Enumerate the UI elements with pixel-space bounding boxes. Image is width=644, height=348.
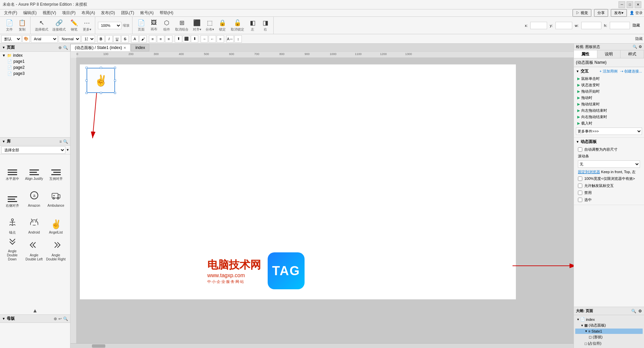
left-align-btn[interactable]: ◧ 左	[247, 18, 259, 33]
menu-edit[interactable]: 编辑(E)	[20, 9, 39, 16]
lock-btn[interactable]: 🔒 锁定	[216, 18, 228, 33]
create-link[interactable]: ⇢ 创建连接...	[620, 69, 642, 74]
page-tree-index[interactable]: ▼ 📁 index	[1, 52, 69, 58]
canvas-tab-dynamic-panel[interactable]: (动态面板) / State1 (index) ✕	[70, 44, 130, 51]
menu-view[interactable]: 视图(V)	[40, 9, 59, 16]
ungroup-btn[interactable]: ⊞ 取消组合	[173, 18, 190, 33]
canvas-btn[interactable]: 🖼 画布	[148, 18, 160, 33]
group-btn[interactable]: ⬡ 组件	[161, 18, 173, 33]
maximize-btn[interactable]: □	[627, 1, 633, 8]
outline-shape[interactable]: ◻ (形状)	[575, 334, 643, 340]
icon-item-amazon[interactable]: a Amazon	[23, 183, 45, 209]
x-input[interactable]	[530, 22, 547, 29]
tab-notes[interactable]: 说明	[597, 50, 621, 58]
outline-arrow-index[interactable]: ▼	[577, 318, 580, 321]
line-spacing-btn[interactable]: ↕	[234, 35, 242, 43]
page-tree-page3[interactable]: 📄 page3	[1, 70, 69, 77]
pages-add-icon[interactable]: ⊕	[58, 45, 62, 50]
italic-btn[interactable]: I	[105, 35, 113, 43]
menu-file[interactable]: 文件(F)	[1, 9, 20, 16]
w-input[interactable]	[581, 22, 601, 29]
fix-to-browser-link[interactable]: 固定到浏览器	[578, 170, 600, 174]
master-search-icon[interactable]: 🔍	[63, 316, 68, 321]
outline-arrow-state1[interactable]: ▼	[585, 330, 588, 333]
minimize-btn[interactable]: ─	[619, 1, 625, 8]
menu-project[interactable]: 项目(P)	[59, 9, 78, 16]
indent-btn[interactable]: →	[201, 35, 208, 43]
icon-item-angle-double-right[interactable]: Angle Double Right	[45, 236, 67, 263]
copy-btn[interactable]: 📋 复制	[16, 18, 28, 33]
icon-item-android[interactable]: Android	[23, 209, 45, 236]
menu-account[interactable]: 账号(A)	[138, 9, 156, 16]
disabled-checkbox[interactable]	[578, 191, 582, 195]
event-drag-right-end[interactable]: ▶ 向右拖动结束时	[576, 114, 642, 120]
list-btn[interactable]: ≡	[217, 35, 224, 43]
valign-bot-btn[interactable]: ⬇	[191, 35, 198, 43]
event-state-change[interactable]: ▶ 状态改变时	[576, 82, 642, 88]
connect-mode-btn[interactable]: 🔗 连接模式	[51, 18, 67, 33]
outline-placeholder[interactable]: □ (占位符)	[575, 340, 643, 347]
unlock-btn[interactable]: 🔓 取消锁定	[229, 18, 246, 33]
close-btn[interactable]: ✕	[635, 1, 641, 8]
more-tools-btn[interactable]: ⋯ 更多▾	[81, 18, 93, 33]
distribute-btn[interactable]: ⬚ 分布▾	[204, 18, 216, 33]
size-select[interactable]: 13	[82, 35, 95, 43]
font-color-btn[interactable]: A	[131, 35, 139, 43]
outline-state1[interactable]: ▼ ≡ State1	[575, 329, 643, 334]
add-case-link[interactable]: + 活加用例	[599, 69, 617, 74]
login-btn[interactable]: 👤 登录	[630, 10, 643, 15]
icon-item-align-justify[interactable]: Align Justify	[23, 156, 45, 183]
pages-collapse-icon[interactable]: ▼	[2, 46, 5, 49]
icon-item-huli[interactable]: 互例对齐	[45, 156, 67, 183]
event-drag[interactable]: ▶ 拖动时	[576, 95, 642, 101]
event-drag-left-end[interactable]: ▶ 向左拖动结束时	[576, 107, 642, 114]
pages-search-icon[interactable]: 🔍	[63, 45, 68, 50]
canvas-tab-index[interactable]: index	[131, 44, 150, 51]
canvas-main[interactable]: ✌	[76, 58, 574, 343]
valign-top-btn[interactable]: ⬆	[175, 35, 182, 43]
icon-item-anchor[interactable]: 锚点	[1, 209, 23, 236]
icon-item-angle-double-down[interactable]: Angle Double Down	[1, 236, 23, 263]
event-mouse-click[interactable]: ▶ 鼠标单击时	[576, 76, 642, 82]
library-collapse-icon[interactable]: ▼	[2, 140, 5, 143]
tab-properties[interactable]: 属性	[574, 50, 597, 58]
event-load[interactable]: ▶ 载入时	[576, 120, 642, 127]
new-file-btn[interactable]: 📄 文件	[3, 18, 15, 33]
multi-cursor-checkbox[interactable]	[578, 184, 582, 188]
master-collapse-icon[interactable]: ▼	[2, 317, 5, 320]
valign-mid-btn[interactable]: ⬛	[183, 35, 190, 43]
char-spacing-btn[interactable]: A↔	[226, 35, 234, 43]
library-menu-icon[interactable]: ≡	[59, 139, 62, 144]
outline-settings-icon[interactable]: ⚙	[638, 309, 642, 313]
outdent-btn[interactable]: ←	[209, 35, 216, 43]
canvas-element[interactable]: ✌	[87, 68, 115, 93]
outline-index[interactable]: ▼ 📄 index	[575, 316, 643, 322]
canvas-bottom-scroll[interactable]	[70, 343, 574, 348]
pen-btn[interactable]: ✏️ 钢笔	[68, 18, 80, 33]
master-menu-icon[interactable]: ↩	[58, 316, 62, 321]
selected-checkbox[interactable]	[578, 198, 582, 202]
tab-style[interactable]: 样式	[621, 50, 644, 58]
right-align-btn[interactable]: ◨ 右	[259, 18, 271, 33]
inspect-settings-icon[interactable]: ⚙	[639, 45, 642, 49]
event-drag-end[interactable]: ▶ 拖动结束时	[576, 101, 642, 107]
menu-team[interactable]: 团队(T)	[118, 9, 137, 16]
more-events-select[interactable]: 更多事件>>>	[576, 128, 642, 135]
dp-collapse-icon[interactable]: ▼	[576, 140, 579, 144]
publish-btn[interactable]: 发布▾	[611, 9, 627, 17]
icon-item-right-align[interactable]: 右侧对齐	[1, 183, 23, 209]
align-left-text-btn[interactable]: ≡	[149, 35, 156, 43]
library-search-icon[interactable]: 🔍	[63, 139, 68, 144]
horizontal-scroll-thumb[interactable]	[92, 344, 105, 348]
menu-help[interactable]: 帮助(H)	[157, 9, 176, 16]
icon-item-angle-double-left[interactable]: Angle Double Left	[23, 236, 45, 263]
icon-item-shuipingju[interactable]: 水平居中	[1, 156, 23, 183]
icon-item-ambulance[interactable]: Ambulance	[45, 183, 67, 209]
align-btn[interactable]: ⬛ 对齐▾	[191, 18, 203, 33]
menu-layout[interactable]: 布局(A)	[79, 9, 98, 16]
bold-btn[interactable]: B	[97, 35, 105, 43]
library-scroll-up[interactable]: ▲	[0, 307, 70, 314]
bg-color-btn[interactable]: 🖌	[139, 35, 147, 43]
event-drag-start[interactable]: ▶ 拖动开始时	[576, 88, 642, 95]
scrollbar-select[interactable]: 无 水平 垂直 两者	[578, 160, 640, 168]
